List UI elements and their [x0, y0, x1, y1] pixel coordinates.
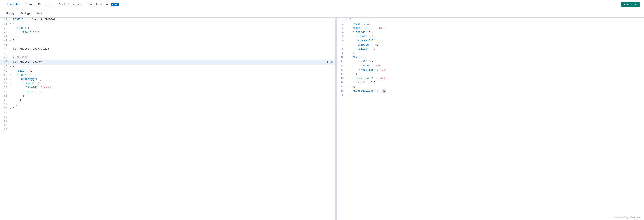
table-row: 67	[336, 97, 644, 102]
table-row: 41 }	[0, 34, 335, 38]
tab-search-profiler[interactable]: Search Profiler	[22, 0, 56, 9]
table-row: 50 ▾ "aggs": {	[0, 73, 335, 77]
toolbar: History Settings Help	[0, 9, 644, 18]
table-row: 47 GET /hotel/_search ▶ ⧉	[0, 60, 335, 64]
table-row: 44 GET /hotel/_doc/309208	[0, 47, 335, 51]
main-content: 37 POST /hotel/_update/309208 38 ▾ { 39 …	[0, 18, 644, 220]
table-row: 13 "relation" : "eq"	[336, 68, 644, 72]
table-row: 39 "doc": {	[0, 26, 335, 30]
table-row: 62	[0, 123, 335, 128]
table-row: 66 ▾ }	[336, 93, 644, 97]
table-row: 11 ▾ "total" : {	[336, 60, 644, 64]
table-row: 48 ▾ {	[0, 64, 335, 69]
table-row: 49 "size": 0,	[0, 69, 335, 73]
table-row: 16 "hits" : [ ]	[336, 80, 644, 85]
table-row: 15 "max_score" : null,	[336, 76, 644, 80]
top-nav: Console Search Profiler Grok Debugger Pa…	[0, 0, 644, 9]
table-row: 45	[0, 51, 335, 55]
output-panel: 1 ▾ { 2 "took" : 1, 3 "timed_out" : fals…	[336, 18, 644, 220]
table-row: 10 ▾ "hits" : {	[336, 55, 644, 60]
table-row: 14 ▾ },	[336, 72, 644, 76]
table-row: 58 ▾ }	[0, 106, 335, 111]
table-row: 59	[0, 111, 335, 115]
table-row: 54 "size": 10	[0, 90, 335, 94]
table-row: 57 }	[0, 102, 335, 106]
copy-as-curl-icon[interactable]: ⧉	[330, 60, 333, 64]
table-row: 9 },	[336, 51, 644, 55]
table-row: 3 "timed_out" : false,	[336, 26, 644, 30]
table-row: 53 "field": "brand",	[0, 86, 335, 90]
table-row: 7 "skipped" : 0,	[336, 43, 644, 47]
table-row: 55 }	[0, 94, 335, 98]
tab-console[interactable]: Console	[3, 0, 22, 9]
table-row: 56 }	[0, 98, 335, 102]
table-row: 40 │ "isAD":true	[0, 30, 335, 34]
table-row: 6 "successful" : 1,	[336, 38, 644, 43]
table-row: 37 POST /hotel/_update/309208	[0, 18, 335, 22]
run-icon[interactable]: ▶	[327, 60, 329, 64]
tab-grok-debugger[interactable]: Grok Debugger	[56, 0, 85, 9]
table-row: 1 ▾ {	[336, 18, 644, 22]
panel-divider[interactable]	[335, 18, 336, 220]
table-row: 60	[0, 115, 335, 119]
collapsed-badge[interactable]: …	[382, 89, 386, 93]
table-row: 12 "value" : 201,	[336, 64, 644, 68]
tab-painless-lab[interactable]: Painless Lab BETA	[85, 0, 122, 9]
table-row: 43	[0, 43, 335, 47]
watermark: CSDN @Ding Jiaxiong	[614, 216, 641, 219]
editor-panel: 37 POST /hotel/_update/309208 38 ▾ { 39 …	[0, 18, 335, 220]
table-row: 51 ▾ "brandAgg": {	[0, 77, 335, 81]
table-row: 42 ▾ }	[0, 38, 335, 43]
table-row: 61	[0, 119, 335, 123]
beta-badge: BETA	[111, 3, 119, 6]
table-row: 46 # 聚合功能	[0, 55, 335, 60]
output-code-area[interactable]: 1 ▾ { 2 "took" : 1, 3 "timed_out" : fals…	[336, 18, 644, 220]
output-lines: 1 ▾ { 2 "took" : 1, 3 "timed_out" : fals…	[336, 18, 644, 220]
table-row: 17 ▾ },	[336, 85, 644, 89]
settings-button[interactable]: Settings	[18, 11, 32, 16]
editor-code-area[interactable]: 37 POST /hotel/_update/309208 38 ▾ { 39 …	[0, 18, 335, 220]
editor-lines: 37 POST /hotel/_update/309208 38 ▾ { 39 …	[0, 18, 335, 220]
status-badge: 200 - OK	[621, 2, 640, 7]
table-row: 18 "aggregations" : {…}	[336, 89, 644, 93]
table-row: 38 ▾ {	[0, 22, 335, 26]
table-row: 63	[0, 128, 335, 132]
table-row: 52 ▾ "terms": {	[0, 81, 335, 86]
table-row: 2 "took" : 1,	[336, 22, 644, 26]
table-row: 5 "total" : 1,	[336, 34, 644, 38]
help-button[interactable]: Help	[33, 11, 44, 16]
table-row: 8 "failed" : 0	[336, 47, 644, 51]
history-button[interactable]: History	[3, 11, 17, 16]
table-row: 4 ▾ "_shards" : {	[336, 30, 644, 34]
